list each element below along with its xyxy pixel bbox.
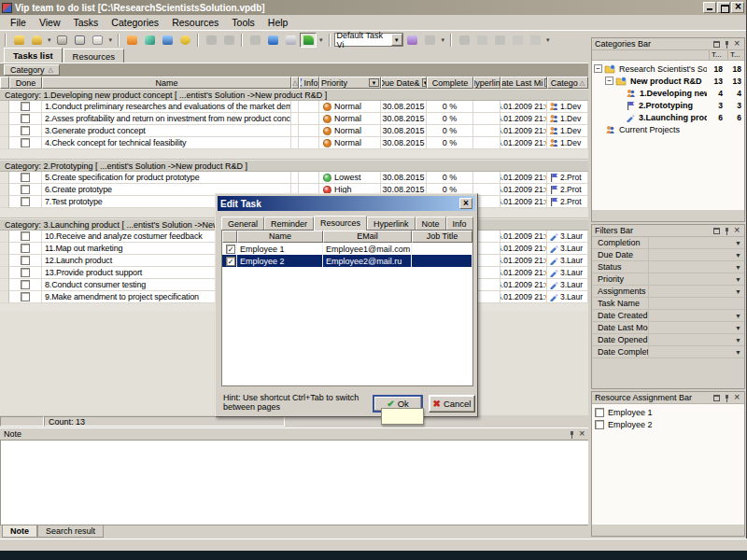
save-button[interactable] bbox=[54, 33, 71, 48]
dialog-tab[interactable]: Resources bbox=[314, 216, 367, 231]
done-checkbox[interactable] bbox=[21, 280, 30, 289]
done-checkbox[interactable] bbox=[21, 138, 30, 147]
resource-checkbox[interactable]: ✓ bbox=[226, 257, 235, 266]
task-info-button[interactable] bbox=[264, 33, 281, 48]
main-tab[interactable]: Resources bbox=[63, 49, 124, 63]
resource-row[interactable]: ✓ Employee 1 Employee1@mail.com bbox=[222, 243, 472, 255]
new-list-button[interactable] bbox=[10, 33, 27, 48]
done-checkbox[interactable] bbox=[21, 231, 30, 241]
close-icon[interactable] bbox=[733, 394, 741, 402]
sync-button[interactable] bbox=[527, 33, 543, 48]
done-checkbox[interactable] bbox=[21, 126, 30, 135]
edit-view-button[interactable] bbox=[404, 33, 421, 48]
done-checkbox[interactable] bbox=[21, 185, 30, 194]
done-checkbox[interactable] bbox=[21, 292, 30, 301]
main-tab[interactable]: Tasks list bbox=[4, 48, 63, 63]
task-row[interactable]: 1.Conduct preliminary researches and eva… bbox=[0, 101, 590, 113]
filter-dropdown-icon[interactable]: ▼ bbox=[369, 78, 379, 87]
maximize-panel-icon[interactable] bbox=[712, 227, 721, 235]
filter-value[interactable]: ▼ bbox=[648, 322, 744, 333]
open-button[interactable] bbox=[28, 33, 45, 48]
done-checkbox[interactable] bbox=[21, 114, 30, 123]
tree-item[interactable]: − New product R&D 13 13 bbox=[592, 75, 744, 87]
tree-item[interactable]: − Research Scientist's Solution 18 18 bbox=[592, 63, 744, 75]
menu-item[interactable]: Categories bbox=[105, 15, 165, 30]
close-icon[interactable] bbox=[578, 430, 586, 439]
filter-value[interactable]: ▼ bbox=[648, 286, 744, 297]
filter-row[interactable]: Date Opened ▼ bbox=[592, 334, 744, 346]
column-job-title[interactable]: Job Title bbox=[412, 231, 472, 243]
bottom-tab[interactable]: Note bbox=[2, 525, 37, 538]
print-preview-button[interactable] bbox=[90, 33, 106, 48]
tree-item[interactable]: 1.Developing new produ 4 4 bbox=[592, 87, 744, 99]
filter-row[interactable]: Status ▼ bbox=[592, 261, 744, 273]
column-info[interactable]: iInfo bbox=[299, 77, 319, 89]
add-task-button[interactable] bbox=[123, 33, 140, 48]
done-checkbox[interactable] bbox=[21, 256, 30, 265]
resource-item[interactable]: Employee 1 bbox=[595, 406, 741, 418]
filter-row[interactable]: Date Completed ▼ bbox=[592, 346, 744, 358]
done-checkbox[interactable] bbox=[21, 173, 30, 182]
edit-task-button[interactable] bbox=[141, 33, 158, 48]
pin-icon[interactable] bbox=[723, 227, 731, 235]
task-row[interactable]: 3.Generate product concept Normal 30.08.… bbox=[0, 125, 590, 137]
pin-icon[interactable] bbox=[568, 430, 576, 439]
close-button[interactable] bbox=[731, 2, 744, 13]
column-priority[interactable]: Priority▼ bbox=[319, 77, 381, 89]
print-button[interactable] bbox=[72, 33, 89, 48]
resource-row[interactable]: ✓ Employee 2 Employee2@mail.ru bbox=[222, 255, 472, 267]
mail-button[interactable] bbox=[509, 33, 526, 48]
toolbar-overflow-icon[interactable]: ▾ bbox=[107, 36, 115, 44]
filter-value[interactable]: ▼ bbox=[648, 310, 744, 321]
resource-checkbox[interactable]: ✓ bbox=[226, 245, 235, 254]
restore-button[interactable] bbox=[717, 2, 730, 13]
column-done[interactable]: Done bbox=[9, 77, 42, 89]
delete-view-button[interactable] bbox=[422, 33, 439, 48]
tree-expander-icon[interactable]: − bbox=[594, 64, 602, 73]
filter-value[interactable] bbox=[648, 298, 744, 309]
filter-value[interactable]: ▼ bbox=[648, 346, 744, 357]
menu-item[interactable]: Resources bbox=[165, 15, 225, 30]
column-due-date[interactable]: Due Date&▼ bbox=[381, 77, 427, 89]
cancel-button[interactable]: ✖ Cancel bbox=[429, 395, 475, 413]
assign-resource-button[interactable] bbox=[159, 33, 176, 48]
send-task-button[interactable] bbox=[282, 33, 299, 48]
toolbar-overflow-icon[interactable]: ▾ bbox=[544, 36, 552, 44]
filter-row[interactable]: Completion ▼ bbox=[592, 237, 744, 249]
complete-task-button[interactable] bbox=[247, 33, 263, 48]
maximize-panel-icon[interactable] bbox=[712, 394, 721, 402]
bottom-tab[interactable]: Search result bbox=[37, 525, 104, 538]
report-button[interactable] bbox=[456, 33, 472, 48]
filter-row[interactable]: Task Name bbox=[592, 298, 744, 310]
palette-button[interactable] bbox=[176, 33, 193, 48]
done-checkbox[interactable] bbox=[21, 102, 30, 111]
note-textarea[interactable] bbox=[0, 440, 590, 525]
menu-item[interactable]: Help bbox=[261, 15, 295, 30]
filter-flag-button[interactable] bbox=[300, 33, 317, 48]
open-dropdown-icon[interactable]: ▾ bbox=[46, 36, 53, 44]
task-row[interactable]: 2.Asses profitability and return on inve… bbox=[0, 113, 590, 125]
menu-item[interactable]: File bbox=[4, 15, 33, 30]
column-sort[interactable]: △ bbox=[291, 77, 299, 89]
column-name[interactable]: Name bbox=[237, 231, 323, 243]
column-hyperlink[interactable]: Hyperlink bbox=[473, 77, 500, 89]
move-up-button[interactable] bbox=[220, 33, 237, 48]
toolbar-overflow-icon[interactable]: ▾ bbox=[440, 36, 447, 44]
group-by-category-button[interactable]: Category △ bbox=[4, 64, 60, 76]
export-button[interactable] bbox=[491, 33, 508, 48]
menu-item[interactable]: View bbox=[33, 15, 67, 30]
category-group-header[interactable]: Category: 2.Prototyping [ ...entist's So… bbox=[0, 160, 590, 172]
pin-icon[interactable] bbox=[723, 394, 731, 402]
category-group-header[interactable]: Category: 1.Developing new product conce… bbox=[0, 89, 590, 101]
task-row[interactable]: 4.Check concept for technical feasibilit… bbox=[0, 137, 590, 149]
filter-value[interactable]: ▼ bbox=[648, 237, 744, 248]
maximize-panel-icon[interactable] bbox=[712, 40, 721, 49]
filter-row[interactable]: Due Date ▼ bbox=[592, 249, 744, 261]
filter-row[interactable]: Date Created ▼ bbox=[592, 310, 744, 322]
tree-item[interactable]: 2.Prototyping 3 3 bbox=[592, 99, 744, 111]
tree-item[interactable]: Current Projects bbox=[592, 123, 744, 135]
combobox-dropdown-icon[interactable]: ▼ bbox=[391, 34, 402, 46]
filter-row[interactable]: Date Last Modifi ▼ bbox=[592, 322, 744, 334]
close-icon[interactable] bbox=[733, 227, 741, 235]
filter-row[interactable]: Assignments ▼ bbox=[592, 286, 744, 298]
